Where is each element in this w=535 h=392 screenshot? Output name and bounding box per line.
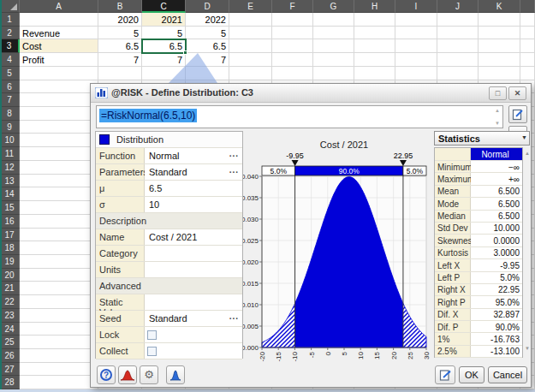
- col-header-a[interactable]: A: [20, 0, 98, 13]
- col-header-f[interactable]: F: [272, 0, 313, 13]
- fill-handle[interactable]: [183, 50, 187, 55]
- close-button[interactable]: ✕: [508, 86, 526, 100]
- cell-g2[interactable]: [313, 27, 354, 40]
- cell-a22[interactable]: [20, 295, 98, 309]
- row-header-7[interactable]: 7: [0, 93, 20, 107]
- property-value[interactable]: [145, 262, 242, 277]
- cell-a8[interactable]: [20, 107, 98, 121]
- col-header-h[interactable]: H: [354, 0, 395, 13]
- cell-b2[interactable]: 5: [98, 27, 142, 40]
- cell-j4[interactable]: [437, 53, 479, 67]
- row-header-21[interactable]: 21: [0, 282, 20, 295]
- cell-f4[interactable]: [272, 53, 313, 67]
- right-delimiter-handle[interactable]: [400, 160, 407, 166]
- cell-a2[interactable]: Revenue: [20, 27, 98, 40]
- cell-a12[interactable]: [20, 161, 98, 175]
- cell-f1[interactable]: [272, 13, 313, 27]
- cell-a25[interactable]: [20, 336, 98, 349]
- statistics-dropdown[interactable]: Statistics ▼: [434, 131, 530, 146]
- cell-a9[interactable]: [20, 121, 98, 134]
- edit-formula-button[interactable]: [508, 105, 527, 123]
- row-header-19[interactable]: 19: [0, 255, 20, 269]
- cell-a13[interactable]: [20, 175, 98, 188]
- row-header-22[interactable]: 22: [0, 295, 20, 309]
- more-options-button[interactable]: ...: [229, 312, 239, 321]
- cell-k5[interactable]: [479, 67, 520, 80]
- cell-d5[interactable]: [186, 67, 229, 80]
- row-header-4[interactable]: 4: [0, 53, 20, 67]
- cell-filler[interactable]: [520, 39, 535, 53]
- cell-a7[interactable]: [20, 93, 98, 107]
- row-header-24[interactable]: 24: [0, 323, 20, 336]
- scroll-down-icon[interactable]: ▼: [495, 121, 500, 126]
- cell-filler[interactable]: [520, 53, 535, 67]
- property-value[interactable]: [145, 294, 242, 310]
- row-header-25[interactable]: 25: [0, 336, 20, 349]
- row-header-18[interactable]: 18: [0, 241, 20, 255]
- help-button[interactable]: ?: [97, 365, 116, 384]
- cell-k2[interactable]: [479, 27, 520, 40]
- select-all-corner[interactable]: [0, 0, 20, 13]
- row-header-12[interactable]: 12: [0, 161, 20, 175]
- cell-h1[interactable]: [354, 13, 395, 27]
- cell-k1[interactable]: [479, 13, 520, 27]
- cell-j5[interactable]: [437, 67, 479, 80]
- cell-g3[interactable]: [313, 39, 354, 53]
- cell-a10[interactable]: [20, 134, 98, 147]
- row-header-1[interactable]: 1: [0, 13, 20, 27]
- lock-checkbox[interactable]: [147, 330, 157, 340]
- cell-a21[interactable]: [20, 282, 98, 295]
- cell-g4[interactable]: [313, 53, 354, 67]
- col-header-c[interactable]: C: [142, 0, 186, 13]
- property-value[interactable]: 6.5: [145, 181, 242, 196]
- cell-e5[interactable]: [229, 67, 272, 80]
- overlay-distribution-button[interactable]: [118, 365, 137, 384]
- cell-a4[interactable]: Profit: [20, 53, 98, 67]
- cell-a1[interactable]: [20, 13, 98, 27]
- ok-button[interactable]: OK: [459, 366, 484, 383]
- dialog-titlebar[interactable]: @RISK - Define Distribution: C3 □ ✕: [91, 84, 531, 103]
- cell-e1[interactable]: [229, 13, 272, 27]
- chart-options-button[interactable]: ⚙: [140, 365, 158, 384]
- property-value[interactable]: 10: [145, 197, 242, 212]
- cell-e2[interactable]: [229, 27, 272, 40]
- cell-i1[interactable]: [395, 13, 437, 27]
- cell-filler[interactable]: [520, 67, 535, 80]
- property-value[interactable]: [145, 246, 242, 261]
- cell-k3[interactable]: [479, 39, 520, 53]
- cell-a3[interactable]: Cost: [20, 39, 98, 53]
- export-button[interactable]: [435, 365, 455, 384]
- cell-c1[interactable]: 2021: [142, 13, 186, 27]
- cell-a24[interactable]: [20, 323, 98, 336]
- row-header-26[interactable]: 26: [0, 349, 20, 363]
- cell-i5[interactable]: [395, 67, 437, 80]
- cell-a23[interactable]: [20, 309, 98, 323]
- cell-c5[interactable]: [142, 67, 186, 80]
- cell-b4[interactable]: 7: [98, 53, 142, 67]
- cell-h4[interactable]: [354, 53, 395, 67]
- cell-b1[interactable]: 2020: [98, 13, 142, 27]
- cell-a15[interactable]: [20, 201, 98, 215]
- cell-f5[interactable]: [272, 67, 313, 80]
- col-header-partial[interactable]: [520, 0, 535, 13]
- row-header-11[interactable]: 11: [0, 147, 20, 161]
- scroll-up-icon[interactable]: ▲: [495, 108, 500, 113]
- cell-a5[interactable]: [20, 67, 98, 80]
- cell-a14[interactable]: [20, 187, 98, 201]
- col-header-e[interactable]: E: [229, 0, 272, 13]
- cell-d3[interactable]: 6.5: [186, 39, 229, 53]
- cell-h5[interactable]: [354, 67, 395, 80]
- row-header-3[interactable]: 3: [0, 39, 20, 53]
- cell-f2[interactable]: [272, 27, 313, 40]
- row-header-23[interactable]: 23: [0, 309, 20, 323]
- row-header-14[interactable]: 14: [0, 187, 20, 201]
- col-header-d[interactable]: D: [186, 0, 229, 13]
- col-header-k[interactable]: K: [479, 0, 520, 13]
- col-header-i[interactable]: I: [395, 0, 437, 13]
- cell-filler[interactable]: [520, 27, 535, 40]
- maximize-button[interactable]: □: [489, 86, 507, 100]
- distribution-palette-button[interactable]: [166, 365, 185, 384]
- stats-scroll-down-icon[interactable]: ▼: [524, 346, 531, 351]
- cell-f3[interactable]: [272, 39, 313, 53]
- property-value[interactable]: [145, 343, 242, 359]
